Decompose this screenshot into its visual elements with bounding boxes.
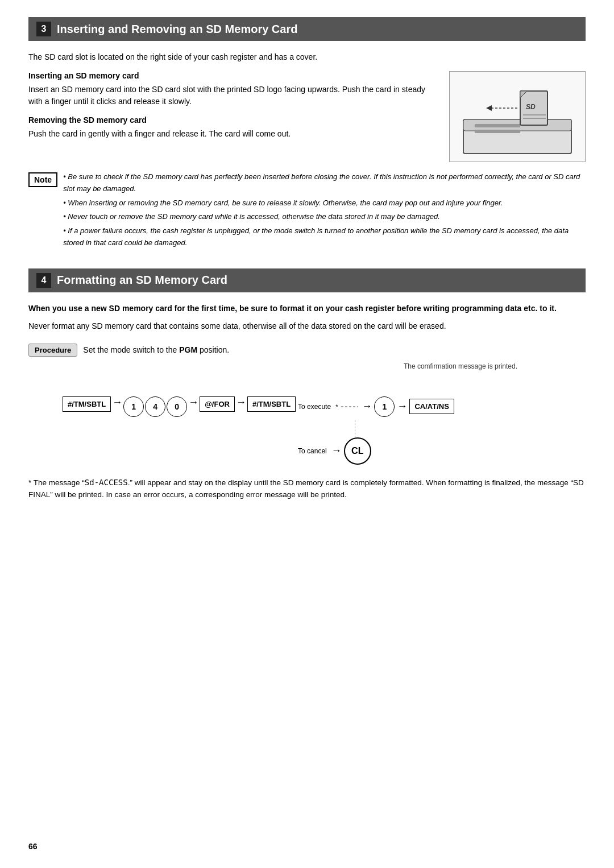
section3-body: Inserting an SD memory card Insert an SD… <box>28 71 586 162</box>
arrow-1: → <box>112 396 122 408</box>
note-content: Be sure to check if the SD memory card h… <box>63 171 586 251</box>
procedure-row: Procedure Set the mode switch to the PGM… <box>28 344 586 357</box>
svg-marker-10 <box>486 105 492 111</box>
note-item-4: If a power failure occurs, the cash regi… <box>63 225 586 249</box>
footer-code: Sd-ACCESS <box>85 478 128 487</box>
arrow-2: → <box>188 396 198 408</box>
key-at-for: @/FOR <box>200 396 235 412</box>
note-box: Note Be sure to check if the SD memory c… <box>28 171 586 251</box>
svg-rect-3 <box>475 130 520 133</box>
removing-heading: Removing the SD memory card <box>28 115 438 125</box>
section3-intro: The SD card slot is located on the right… <box>28 51 586 63</box>
svg-rect-2 <box>475 124 520 127</box>
section4-bold-intro: When you use a new SD memory card for th… <box>28 303 586 315</box>
key-cl: CL <box>344 437 371 465</box>
note-item-2: When inserting or removing the SD memory… <box>63 197 586 209</box>
key-hash-tm-sbtl-2: #/TM/SBTL <box>247 396 296 412</box>
arrow-to-ca: → <box>397 400 407 412</box>
section3-number: 3 <box>36 22 51 36</box>
section4-body: When you use a new SD memory card for th… <box>28 303 586 332</box>
page-number: 66 <box>28 842 38 851</box>
section3-title: Inserting and Removing an SD Memory Card <box>57 23 297 36</box>
confirmation-label: The comfirmation message is printed. <box>404 362 517 370</box>
section3-header: 3 Inserting and Removing an SD Memory Ca… <box>28 17 586 41</box>
section4-normal-text: Never format any SD memory card that con… <box>28 320 586 332</box>
note-item-1: Be sure to check if the SD memory card h… <box>63 171 586 195</box>
section4-title: Formatting an SD Memory Card <box>57 274 227 287</box>
footer-note: * The message “Sd-ACCESS.” will appear a… <box>28 476 586 501</box>
to-execute-label: To execute <box>298 403 331 411</box>
key-1: 1 <box>123 396 144 417</box>
sd-card-illustration: SD <box>449 71 586 162</box>
removing-text: Push the card in gently with a finger an… <box>28 128 438 140</box>
note-item-3: Never touch or remove the SD memory card… <box>63 211 586 223</box>
procedure-instruction: Set the mode switch to the PGM position. <box>83 344 229 356</box>
key-ca-at-ns: CA/AT/NS <box>409 399 454 414</box>
arrow-3: → <box>236 396 246 408</box>
procedure-label: Procedure <box>28 344 77 357</box>
note-label: Note <box>28 172 57 187</box>
key-4: 4 <box>145 396 165 417</box>
section4-number: 4 <box>36 273 51 288</box>
inserting-text: Insert an SD memory card into the SD car… <box>28 84 438 108</box>
arrow-execute: → <box>362 400 372 412</box>
svg-text:SD: SD <box>526 103 536 111</box>
key-1-execute: 1 <box>374 396 395 417</box>
key-hash-tm-sbtl-1: #/TM/SBTL <box>63 396 111 412</box>
sd-card-svg: SD <box>458 74 577 159</box>
section4-header: 4 Formatting an SD Memory Card <box>28 268 586 292</box>
star-label: * <box>335 403 338 410</box>
section3-text-content: Inserting an SD memory card Insert an SD… <box>28 71 438 162</box>
key-diagram-wrapper: The comfirmation message is printed. #/T… <box>28 362 586 465</box>
inserting-heading: Inserting an SD memory card <box>28 71 438 80</box>
key-0: 0 <box>167 396 187 417</box>
to-cancel-label: To cancel <box>298 447 327 455</box>
arrow-cancel: → <box>331 445 342 457</box>
